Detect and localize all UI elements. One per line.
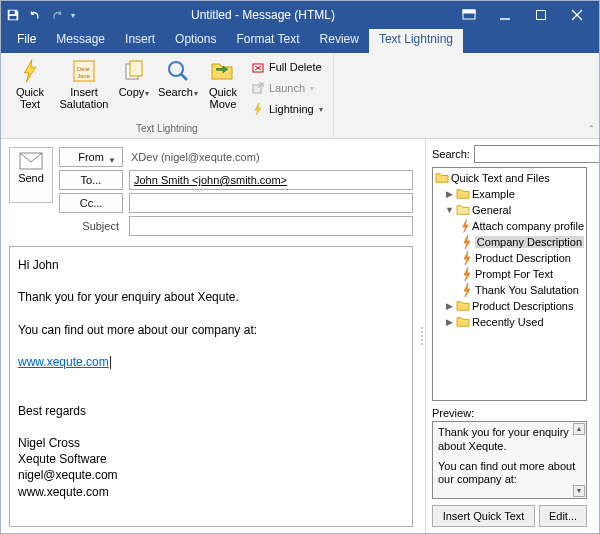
full-delete-button[interactable]: Full Delete [247,57,327,77]
svg-line-14 [181,74,187,80]
svg-rect-0 [10,11,15,15]
tree-item[interactable]: Prompt For Text [435,266,584,282]
tab-format-text[interactable]: Format Text [226,29,309,53]
svg-text:Dear: Dear [77,66,90,72]
tree-root[interactable]: Quick Text and Files [435,170,584,186]
envelope-icon [19,152,43,170]
ribbon-group-label: Text Lightning [136,123,198,136]
folder-icon [456,188,470,200]
bolt-icon [461,267,473,281]
from-value: XDev (nigel@xequte.com) [129,151,413,163]
delete-x-icon [251,60,265,74]
save-icon[interactable] [5,7,21,23]
bolt-icon [461,251,473,265]
lightning-icon [16,57,44,85]
quick-move-button[interactable]: Quick Move [203,55,243,112]
body-line: Thank you for your enquiry about Xequte. [18,289,404,305]
tab-file[interactable]: File [7,29,46,53]
expand-icon[interactable]: ▶ [445,317,454,327]
tab-message[interactable]: Message [46,29,115,53]
to-field[interactable] [129,170,413,190]
svg-rect-12 [130,61,142,76]
launch-icon [251,81,265,95]
collapse-icon[interactable]: ▼ [445,205,454,215]
lightning-menu-button[interactable]: Lightning▾ [247,99,327,119]
message-body-editor[interactable]: Hi John Thank you for your enquiry about… [9,246,413,527]
bolt-icon [461,235,473,249]
tree-item[interactable]: Product Description [435,250,584,266]
expand-icon[interactable]: ▶ [445,189,454,199]
tree-item[interactable]: Thank You Salutation [435,282,584,298]
preview-box: Thank you for your enquiry about Xequte.… [432,421,587,499]
bolt-icon [461,219,470,233]
body-line: Xequte Software [18,451,404,467]
edit-button[interactable]: Edit... [539,505,587,527]
quick-text-tree[interactable]: Quick Text and Files ▶ Example ▼ General… [432,167,587,401]
svg-rect-3 [463,10,475,13]
folder-icon [435,172,449,184]
subject-field[interactable] [129,216,413,236]
insert-quick-text-button[interactable]: Insert Quick Text [432,505,535,527]
subject-label: Subject [59,220,123,232]
collapse-ribbon-icon[interactable]: ˆ [590,125,593,136]
svg-rect-1 [10,16,17,20]
tree-folder[interactable]: ▶ Product Descriptions [435,298,584,314]
ribbon-display-icon[interactable] [451,1,487,29]
svg-text:Jane: Jane [77,73,91,79]
tab-insert[interactable]: Insert [115,29,165,53]
body-line: nigel@xequte.com [18,467,404,483]
folder-icon [456,316,470,328]
tree-item[interactable]: Attach company profile [435,218,584,234]
cc-field[interactable] [129,193,413,213]
qat-customize-icon[interactable]: ▾ [71,11,75,20]
window-title: Untitled - Message (HTML) [75,8,451,22]
tree-folder[interactable]: ▶ Example [435,186,584,202]
search-label: Search: [432,148,470,160]
tab-text-lightning[interactable]: Text Lightning [369,29,463,53]
tab-review[interactable]: Review [310,29,369,53]
to-button[interactable]: To... [59,170,123,190]
body-line: Best regards [18,403,404,419]
bolt-icon [461,283,473,297]
tab-options[interactable]: Options [165,29,226,53]
body-line: You can find out more about our company … [18,322,404,338]
svg-point-13 [169,62,183,76]
letter-icon: DearJane [70,57,98,85]
scroll-down-icon[interactable]: ▾ [573,485,585,497]
folder-move-icon [209,57,237,85]
ribbon-tabs: File Message Insert Options Format Text … [1,29,599,53]
search-input[interactable] [474,145,600,163]
quick-text-button[interactable]: Quick Text [7,55,53,112]
scroll-up-icon[interactable]: ▴ [573,423,585,435]
maximize-icon[interactable] [523,1,559,29]
body-line: Nigel Cross [18,435,404,451]
bolt-small-icon [251,102,265,116]
insert-salutation-button[interactable]: DearJane Insert Salutation [57,55,111,112]
launch-button[interactable]: Launch▾ [247,78,327,98]
body-line: www.xequte.com [18,484,404,500]
svg-rect-5 [537,11,546,20]
from-button[interactable]: From [59,147,123,167]
expand-icon[interactable]: ▶ [445,301,454,311]
copy-icon [120,57,148,85]
magnifier-icon [164,57,192,85]
search-button[interactable]: Search▾ [157,55,199,101]
copy-button[interactable]: Copy▾ [115,55,153,101]
tree-item-selected[interactable]: Company Description [435,234,584,250]
tree-folder[interactable]: ▼ General [435,202,584,218]
body-link[interactable]: www.xequte.com [18,355,109,369]
text-caret-icon [110,356,111,369]
undo-icon[interactable] [27,7,43,23]
cc-button[interactable]: Cc... [59,193,123,213]
send-button[interactable]: Send [9,147,53,203]
body-line: Hi John [18,257,404,273]
redo-icon[interactable] [49,7,65,23]
folder-open-icon [456,204,470,216]
preview-label: Preview: [432,407,587,419]
close-icon[interactable] [559,1,595,29]
folder-icon [456,300,470,312]
minimize-icon[interactable] [487,1,523,29]
tree-folder[interactable]: ▶ Recently Used [435,314,584,330]
